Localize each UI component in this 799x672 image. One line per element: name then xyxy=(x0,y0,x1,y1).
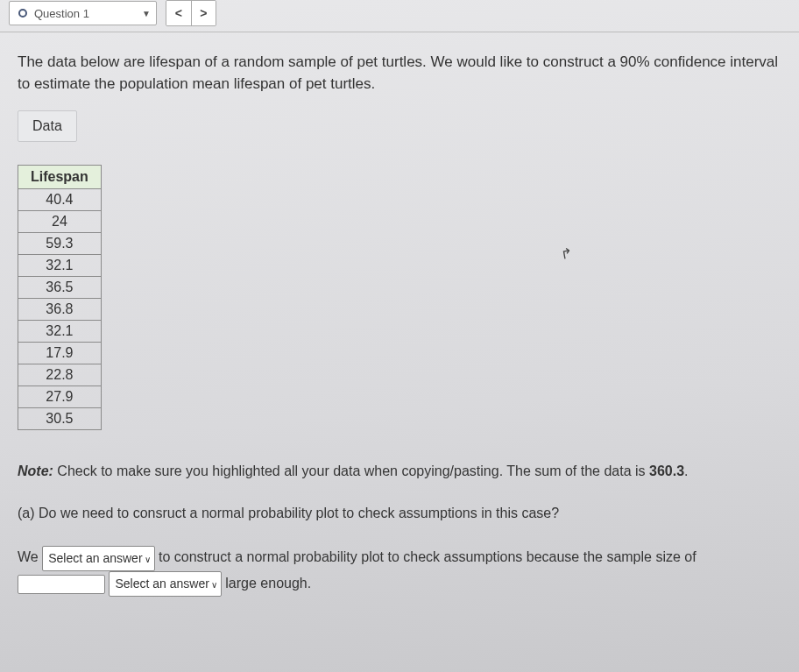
text-tail: large enough. xyxy=(222,576,311,591)
note-sum: 360.3 xyxy=(649,463,684,478)
table-row: 36.8 xyxy=(18,299,102,321)
text-mid: to construct a normal probability plot t… xyxy=(155,549,696,564)
part-a-answer-line: We Select an answer∨ to construct a norm… xyxy=(18,545,781,597)
text-we: We xyxy=(18,549,42,564)
table-row: 30.5 xyxy=(18,408,102,430)
sample-size-input[interactable] xyxy=(18,575,105,594)
bullet-icon xyxy=(18,9,27,18)
table-row: 32.1 xyxy=(18,255,102,277)
table-row: 24 xyxy=(18,211,102,233)
table-row: 27.9 xyxy=(18,386,102,408)
next-button[interactable]: > xyxy=(191,1,216,25)
note-label: Note: xyxy=(18,463,53,478)
question-label: Question 1 xyxy=(34,7,89,20)
table-row: 32.1 xyxy=(18,321,102,343)
chevron-down-icon: ∨ xyxy=(145,555,151,564)
select-need[interactable]: Select an answer∨ xyxy=(42,546,154,571)
part-a-question: (a) Do we need to consruct a normal prob… xyxy=(18,501,781,527)
note-text: Note: Check to make sure you highlighted… xyxy=(18,462,781,481)
table-row: 17.9 xyxy=(18,343,102,364)
chevron-down-icon: ▼ xyxy=(142,9,151,18)
chevron-down-icon: ∨ xyxy=(211,580,217,590)
prev-button[interactable]: < xyxy=(166,1,191,25)
nav-group: < > xyxy=(166,0,216,26)
topbar: Question 1 ▼ < > xyxy=(0,0,799,32)
table-row: 22.8 xyxy=(18,364,102,386)
table-header: Lifespan xyxy=(18,166,102,189)
table-row: 40.4 xyxy=(18,189,102,211)
question-prompt: The data below are lifespan of a random … xyxy=(18,52,781,95)
table-row: 36.5 xyxy=(18,277,102,299)
select-large-enough[interactable]: Select an answer∨ xyxy=(109,571,221,597)
content: The data below are lifespan of a random … xyxy=(0,32,799,605)
table-row: 59.3 xyxy=(18,233,102,255)
note-period: . xyxy=(684,463,688,478)
data-button[interactable]: Data xyxy=(18,110,77,142)
note-body: Check to make sure you highlighted all y… xyxy=(53,463,649,478)
lifespan-table: Lifespan 40.4 24 59.3 32.1 36.5 36.8 32.… xyxy=(18,165,102,430)
question-selector[interactable]: Question 1 ▼ xyxy=(9,1,157,25)
